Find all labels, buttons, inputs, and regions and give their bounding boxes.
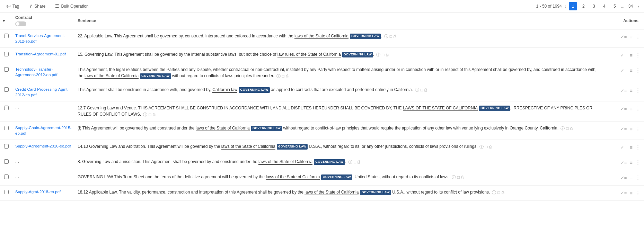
sentence-action-icons: ⓘ□⎙ xyxy=(492,189,504,196)
prev-page-button[interactable]: ‹ xyxy=(564,3,567,9)
action-more-icon[interactable]: ⋮ xyxy=(635,190,641,196)
next-page-button[interactable]: › xyxy=(637,3,640,9)
print-icon[interactable]: ⎙ xyxy=(502,189,504,196)
checkbox-row-4[interactable] xyxy=(4,87,9,92)
contract-toggle[interactable] xyxy=(15,21,26,26)
print-icon[interactable]: ⎙ xyxy=(358,159,360,165)
share-button[interactable]: ↗ Share xyxy=(27,2,47,10)
contract-link[interactable]: Supply-Agmt-2018-eo.pdf xyxy=(15,190,61,194)
contract-link[interactable]: Credit-Card-Processing-Agmt-2012-eo.pdf xyxy=(15,87,69,97)
copy-icon[interactable]: □ xyxy=(282,73,284,79)
copy-icon[interactable]: □ xyxy=(354,159,356,165)
action-list-icon[interactable]: ≡ xyxy=(629,52,633,58)
sentence-cell: 15. Governing Law. This Agreement shall … xyxy=(75,51,602,58)
copy-icon[interactable]: □ xyxy=(566,125,568,132)
action-verify-icon[interactable]: ✓= xyxy=(620,126,627,132)
copy-icon[interactable]: □ xyxy=(382,52,384,58)
info-icon[interactable]: ⓘ xyxy=(143,111,147,118)
contract-link[interactable]: Supply-Chain-Agreement-2015-eo.pdf xyxy=(15,126,71,135)
action-verify-icon[interactable]: ✓= xyxy=(620,190,627,196)
action-list-icon[interactable]: ≡ xyxy=(629,160,633,165)
action-verify-icon[interactable]: ✓= xyxy=(620,68,627,73)
copy-icon[interactable]: □ xyxy=(149,111,151,118)
info-icon[interactable]: ⓘ xyxy=(276,73,281,79)
info-icon[interactable]: ⓘ xyxy=(479,144,484,150)
action-verify-icon[interactable]: ✓= xyxy=(620,160,627,165)
sentence-action-icons: ⓘ□⎙ xyxy=(143,111,155,118)
action-list-icon[interactable]: ≡ xyxy=(629,88,633,93)
contract-link[interactable]: Travel-Services-Agreement-2012-eo.pdf xyxy=(15,34,65,43)
action-list-icon[interactable]: ≡ xyxy=(629,190,633,196)
contract-link[interactable]: Supply-Agreement-2010-eo.pdf xyxy=(15,144,71,148)
page-1-button[interactable]: 1 xyxy=(569,2,577,10)
print-icon[interactable]: ⎙ xyxy=(489,144,492,150)
action-list-icon[interactable]: ≡ xyxy=(629,175,633,181)
copy-icon[interactable]: □ xyxy=(390,33,392,39)
copy-icon[interactable]: □ xyxy=(497,189,500,196)
action-verify-icon[interactable]: ✓= xyxy=(620,175,627,180)
info-icon[interactable]: ⓘ xyxy=(492,189,496,196)
print-icon[interactable]: ⎙ xyxy=(424,87,427,93)
page-5-button[interactable]: 5 xyxy=(610,2,619,10)
contract-link[interactable]: Technology-Transfer-Agreement-2012-eo.pd… xyxy=(15,67,57,77)
info-icon[interactable]: ⓘ xyxy=(384,33,388,39)
action-verify-icon[interactable]: ✓= xyxy=(620,88,627,93)
checkbox-row-7[interactable] xyxy=(4,144,9,149)
checkbox-row-8[interactable] xyxy=(4,159,9,164)
action-more-icon[interactable]: ⋮ xyxy=(635,144,641,150)
checkbox-row-1[interactable] xyxy=(4,34,9,38)
info-icon[interactable]: ⓘ xyxy=(561,125,565,132)
checkbox-row-10[interactable] xyxy=(4,190,9,194)
action-list-icon[interactable]: ≡ xyxy=(629,106,633,112)
action-more-icon[interactable]: ⋮ xyxy=(635,34,641,40)
bulk-operation-button[interactable]: ☰ Bulk Operation xyxy=(53,2,90,10)
action-more-icon[interactable]: ⋮ xyxy=(635,159,641,165)
info-icon[interactable]: ⓘ xyxy=(376,52,380,58)
info-icon[interactable]: ⓘ xyxy=(415,87,419,93)
action-verify-icon[interactable]: ✓= xyxy=(620,34,627,39)
checkbox-row-3[interactable] xyxy=(4,67,9,72)
action-more-icon[interactable]: ⋮ xyxy=(635,67,641,73)
action-list-icon[interactable]: ≡ xyxy=(629,126,633,132)
action-list-icon[interactable]: ≡ xyxy=(629,68,633,73)
contract-cell: Travel-Services-Agreement-2012-eo.pdf xyxy=(12,33,75,44)
actions-cell: ✓=≡⋮ xyxy=(602,143,644,150)
action-more-icon[interactable]: ⋮ xyxy=(635,52,641,58)
action-more-icon[interactable]: ⋮ xyxy=(635,174,641,181)
copy-icon[interactable]: □ xyxy=(457,174,460,180)
page-4-button[interactable]: 4 xyxy=(600,2,608,10)
print-icon[interactable]: ⎙ xyxy=(153,111,155,118)
checkbox-row-6[interactable] xyxy=(4,126,9,130)
print-icon[interactable]: ⎙ xyxy=(286,73,288,79)
action-verify-icon[interactable]: ✓= xyxy=(620,145,627,150)
print-icon[interactable]: ⎙ xyxy=(461,174,464,180)
page-2-button[interactable]: 2 xyxy=(579,2,588,10)
info-icon[interactable]: ⓘ xyxy=(452,174,456,180)
table-body: Travel-Services-Agreement-2012-eo.pdf22.… xyxy=(0,29,644,201)
action-more-icon[interactable]: ⋮ xyxy=(635,87,641,93)
print-icon[interactable]: ⎙ xyxy=(386,52,388,58)
contract-link[interactable]: Transition-Agreement-01.pdf xyxy=(15,52,66,56)
copy-icon[interactable]: □ xyxy=(421,87,423,93)
action-more-icon[interactable]: ⋮ xyxy=(635,126,641,132)
tag-button[interactable]: 🏷 Tag xyxy=(4,2,21,10)
print-icon[interactable]: ⎙ xyxy=(570,125,573,132)
governing-law-badge: GOVERNING LAW xyxy=(140,73,171,79)
action-more-icon[interactable]: ⋮ xyxy=(635,106,641,112)
checkbox-row-2[interactable] xyxy=(4,52,9,56)
info-icon[interactable]: ⓘ xyxy=(348,159,352,165)
sentence-cell: 12.7 Governing Law and Venue. THIS AGREE… xyxy=(75,105,602,118)
sort-icon[interactable]: ▾ xyxy=(3,18,5,23)
page-34-button[interactable]: 34 xyxy=(626,2,635,10)
contract-cell: Technology-Transfer-Agreement-2012-eo.pd… xyxy=(12,66,75,78)
page-3-button[interactable]: 3 xyxy=(590,2,598,10)
copy-icon[interactable]: □ xyxy=(485,144,487,150)
print-icon[interactable]: ⎙ xyxy=(394,33,396,39)
sentence-cell: GOVERNING LAW This Term Sheet and the te… xyxy=(75,174,602,180)
action-list-icon[interactable]: ≡ xyxy=(629,34,633,40)
action-verify-icon[interactable]: ✓= xyxy=(620,106,627,111)
checkbox-row-5[interactable] xyxy=(4,106,9,110)
action-verify-icon[interactable]: ✓= xyxy=(620,53,627,58)
checkbox-row-9[interactable] xyxy=(4,174,9,179)
action-list-icon[interactable]: ≡ xyxy=(629,144,633,150)
